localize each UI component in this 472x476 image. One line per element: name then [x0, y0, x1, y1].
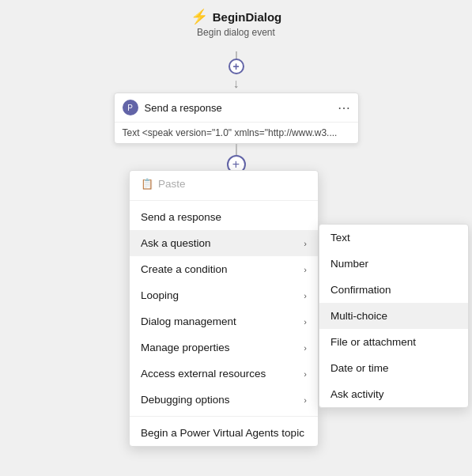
node-menu-button[interactable]: ⋯ [338, 100, 350, 115]
node-title: Send a response [145, 102, 331, 114]
paste-icon: 📋 [141, 178, 153, 190]
ask-question-menu-item[interactable]: Ask a question › [130, 230, 318, 256]
submenu-date-time[interactable]: Date or time [319, 355, 468, 381]
send-response-node: P Send a response ⋯ Text <speak version=… [114, 93, 359, 144]
ask-question-menu-label: Ask a question [141, 237, 211, 249]
submenu-number-label: Number [330, 258, 368, 270]
debugging-label: Debugging options [141, 394, 230, 406]
submenu-file-attachment[interactable]: File or attachment [319, 329, 468, 355]
node-icon: P [123, 100, 138, 115]
begin-pva-menu-item[interactable]: Begin a Power Virtual Agents topic [130, 420, 318, 446]
dialog-management-label: Dialog management [141, 315, 236, 327]
submenu-date-time-label: Date or time [330, 362, 389, 374]
create-condition-arrow: › [304, 265, 307, 274]
submenu-file-attachment-label: File or attachment [330, 336, 416, 348]
begin-dialog-node: ⚡ BeginDialog Begin dialog event [191, 8, 282, 38]
access-external-menu-item[interactable]: Access external resources › [130, 361, 318, 387]
node-header: P Send a response ⋯ [115, 93, 358, 123]
submenu-confirmation[interactable]: Confirmation [319, 277, 468, 303]
access-external-label: Access external resources [141, 368, 266, 380]
looping-menu-item[interactable]: Looping › [130, 282, 318, 308]
access-external-arrow: › [304, 369, 307, 379]
begin-dialog-title: ⚡ BeginDialog [191, 8, 282, 25]
node-content: Text <speak version="1.0" xmlns="http://… [115, 123, 358, 143]
menu-divider-2 [130, 416, 318, 417]
manage-properties-label: Manage properties [141, 342, 230, 353]
ask-question-submenu: Text Number Confirmation Multi-choice Fi… [319, 224, 469, 408]
manage-properties-menu-item[interactable]: Manage properties › [130, 334, 318, 361]
send-response-menu-item[interactable]: Send a response [130, 204, 318, 230]
dialog-management-arrow: › [304, 317, 307, 327]
create-condition-menu-item[interactable]: Create a condition › [130, 256, 318, 282]
begin-pva-label: Begin a Power Virtual Agents topic [141, 427, 304, 439]
looping-arrow: › [304, 291, 307, 300]
manage-properties-arrow: › [304, 343, 307, 353]
paste-menu-item: 📋 Paste [130, 171, 318, 197]
create-condition-menu-label: Create a condition [141, 263, 228, 275]
submenu-text[interactable]: Text [319, 225, 468, 251]
debugging-menu-item[interactable]: Debugging options › [130, 387, 318, 413]
paste-label: Paste [158, 178, 186, 190]
canvas: ⚡ BeginDialog Begin dialog event + ↓ P S… [0, 0, 472, 476]
submenu-confirmation-label: Confirmation [330, 284, 391, 296]
submenu-ask-activity[interactable]: Ask activity [319, 381, 468, 407]
ask-question-arrow: › [304, 239, 307, 248]
add-button-top[interactable]: + [228, 59, 244, 74]
send-response-menu-label: Send a response [141, 211, 221, 223]
begin-dialog-label: BeginDialog [213, 10, 282, 24]
submenu-multichoice-label: Multi-choice [330, 310, 387, 322]
down-arrow-1: ↓ [233, 77, 240, 91]
submenu-text-label: Text [330, 232, 350, 244]
context-menu: 📋 Paste Send a response Ask a question ›… [129, 170, 319, 447]
submenu-multichoice[interactable]: Multi-choice [319, 303, 468, 329]
submenu-ask-activity-label: Ask activity [330, 388, 384, 400]
looping-menu-label: Looping [141, 289, 179, 301]
menu-divider-1 [130, 200, 318, 201]
lightning-icon: ⚡ [191, 8, 208, 25]
connector-line-2 [236, 144, 237, 155]
dialog-management-menu-item[interactable]: Dialog management › [130, 308, 318, 334]
node-icon-label: P [127, 104, 133, 112]
submenu-number[interactable]: Number [319, 251, 468, 277]
begin-dialog-subtitle: Begin dialog event [191, 27, 282, 38]
debugging-arrow: › [304, 395, 307, 405]
